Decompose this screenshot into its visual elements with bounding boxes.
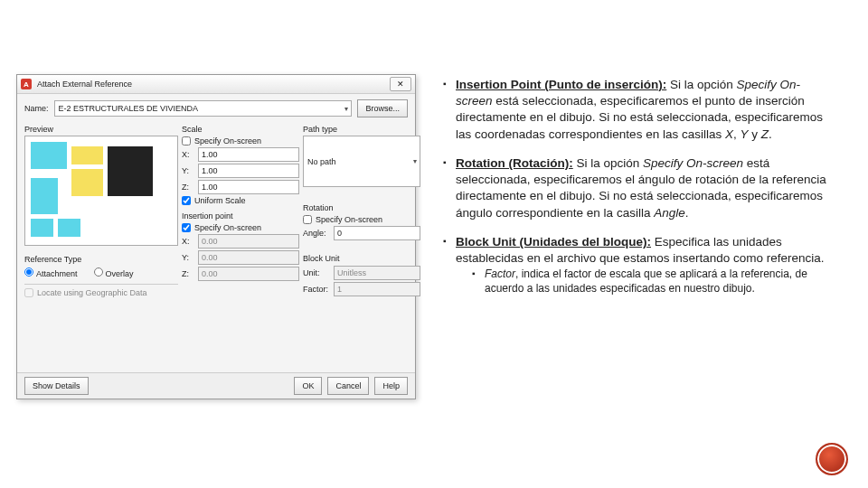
scale-label: Scale (182, 125, 299, 134)
scale-x-field[interactable]: 1.00 (198, 147, 299, 162)
factor-field: 1 (334, 282, 420, 296)
name-combo[interactable]: E-2 ESTRUCTURALES DE VIVIENDA (54, 100, 353, 117)
close-icon[interactable]: ✕ (390, 77, 411, 91)
app-icon: A (21, 79, 32, 89)
insertion-y-field: 0.00 (198, 250, 299, 265)
help-button[interactable]: Help (374, 377, 408, 395)
name-label: Name: (24, 104, 49, 113)
scale-y-field[interactable]: 1.00 (198, 164, 299, 178)
rotation-specify-checkbox[interactable] (303, 215, 312, 224)
insertion-z-field: 0.00 (198, 267, 299, 281)
blockunit-label: Block Unit (303, 254, 420, 263)
scale-z-field[interactable]: 1.00 (198, 180, 299, 194)
insertion-x-field: 0.00 (198, 234, 299, 249)
radio-attachment[interactable]: Attachment (24, 267, 78, 278)
cancel-button[interactable]: Cancel (327, 377, 369, 395)
preview-label: Preview (24, 125, 178, 134)
geo-checkbox (24, 288, 33, 297)
attach-xref-dialog: A Attach External Reference ✕ Name: E-2 … (16, 74, 416, 399)
scale-specify-checkbox[interactable] (182, 136, 191, 145)
titlebar: A Attach External Reference ✕ (17, 75, 415, 94)
rotation-label: Rotation (303, 203, 420, 212)
reftype-label: Reference Type (24, 255, 178, 264)
dialog-title: Attach External Reference (37, 80, 132, 89)
ok-button[interactable]: OK (294, 377, 322, 395)
pathtype-label: Path type (303, 125, 420, 134)
slide-badge-icon (816, 443, 848, 475)
preview-thumbnail (24, 136, 178, 246)
explanatory-text: Insertion Point (Punto de inserción): Si… (443, 77, 832, 309)
radio-overlay[interactable]: Overlay (94, 267, 134, 278)
angle-field[interactable]: 0 (334, 226, 420, 240)
geo-label: Locate using Geographic Data (37, 288, 147, 297)
show-details-button[interactable]: Show Details (24, 377, 89, 395)
browse-button[interactable]: Browse... (357, 99, 408, 117)
insertion-specify-checkbox[interactable] (182, 223, 191, 232)
insertion-label: Insertion point (182, 211, 299, 221)
unit-field: Unitless (334, 266, 420, 280)
pathtype-combo[interactable]: No path (303, 136, 420, 187)
uniform-scale-checkbox[interactable] (182, 196, 191, 205)
